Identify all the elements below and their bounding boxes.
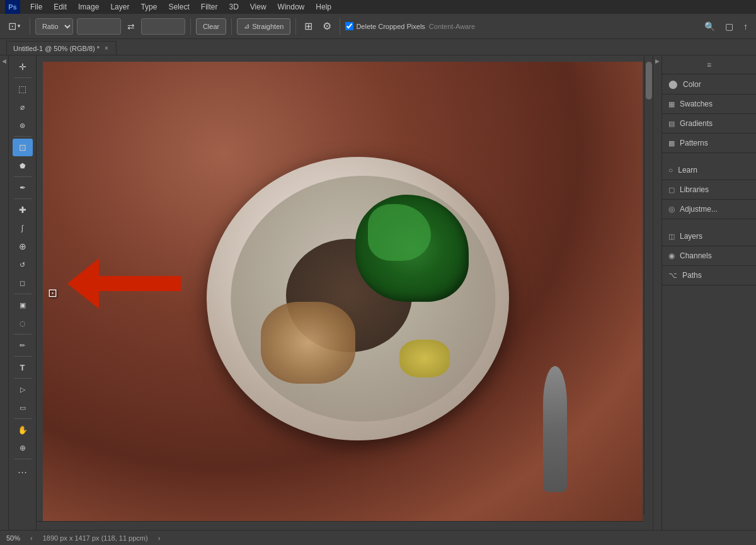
adjustments-section-header[interactable]: ◎ Adjustme... [662, 200, 756, 219]
menu-3d[interactable]: 3D [224, 1, 243, 13]
learn-icon: ○ [668, 166, 673, 175]
right-collapse-arrow-icon: ▶ [655, 58, 660, 64]
crop-icon: ⊡ [8, 20, 16, 32]
content-aware-label: Content-Aware [429, 23, 475, 30]
tab-close-button[interactable]: × [105, 45, 108, 52]
patterns-section-header[interactable]: ▩ Patterns [662, 134, 756, 152]
layers-icon: ◫ [668, 232, 675, 241]
layers-section-header[interactable]: ◫ Layers [662, 227, 756, 246]
color-section-header[interactable]: ⬤ Color [662, 74, 756, 94]
tool-sep-6 [14, 334, 32, 335]
horizontal-scrollbar[interactable] [37, 521, 644, 530]
tool-quick-select[interactable]: ⊛ [13, 117, 33, 134]
tool-move[interactable]: ✛ [13, 58, 33, 76]
app-wrapper: Ps File Edit Image Layer Type Select Fil… [0, 0, 756, 545]
search-button[interactable]: 🔍 [701, 20, 718, 33]
swap-dimensions-button[interactable]: ⇄ [125, 20, 137, 33]
ratio-dropdown[interactable]: Ratio [35, 18, 73, 35]
channels-section-header[interactable]: ◉ Channels [662, 246, 756, 265]
tool-hand[interactable]: ✋ [13, 421, 33, 439]
left-panel-collapse[interactable]: ◀ [0, 55, 9, 530]
nav-next-button[interactable]: › [158, 534, 161, 542]
paths-icon: ⌥ [668, 271, 677, 280]
tool-more[interactable]: … [13, 461, 33, 479]
tool-sep-8 [14, 378, 32, 379]
learn-section-header[interactable]: ○ Learn [662, 161, 756, 180]
menu-image[interactable]: Image [73, 1, 104, 13]
tool-sep-2 [14, 136, 32, 137]
right-section-libraries: ▢ Libraries [662, 180, 756, 200]
right-section-patterns: ▩ Patterns [662, 134, 756, 153]
crop-settings-button[interactable]: ⚙ [319, 18, 335, 34]
tool-type[interactable]: T [13, 359, 33, 376]
canvas-image[interactable]: ⊡ [43, 62, 643, 524]
panel-options-button[interactable]: ≡ [707, 60, 711, 69]
straighten-icon: ⊿ [244, 22, 249, 30]
tool-healing[interactable]: ✚ [13, 201, 33, 219]
tool-rectangle-select[interactable]: ⬚ [13, 80, 33, 98]
overlay-grid-button[interactable]: ⊞ [301, 18, 316, 34]
tool-zoom[interactable]: ⊕ [13, 439, 33, 457]
right-panel-collapse[interactable]: ▶ [653, 55, 662, 530]
menu-edit[interactable]: Edit [49, 1, 72, 13]
tool-clone-stamp[interactable]: ⊕ [13, 238, 33, 255]
tool-history-brush[interactable]: ↺ [13, 256, 33, 273]
tool-sep-3 [14, 176, 32, 177]
tool-eraser[interactable]: ◻ [13, 274, 33, 292]
menu-layer[interactable]: Layer [105, 1, 134, 13]
tool-dodge[interactable]: ◌ [13, 314, 33, 332]
bowl [207, 157, 509, 440]
tool-brush[interactable]: ∫ [13, 219, 33, 237]
dropdown-arrow: ▼ [16, 23, 21, 29]
color-label: Color [683, 80, 701, 89]
document-tab[interactable]: Untitled-1 @ 50% (RGB/8) * × [6, 41, 117, 55]
canvas-area: ⊡ [37, 55, 653, 530]
separator-1 [30, 18, 30, 35]
nav-prev-button[interactable]: ‹ [30, 534, 33, 542]
straighten-button[interactable]: ⊿ Straighten [237, 18, 290, 35]
tool-rectangle[interactable]: ▭ [13, 399, 33, 416]
workspace: ◀ ✛ ⬚ ⌀ ⊛ ⊡ ⬟ ✒ ✚ ∫ ⊕ ↺ ◻ ▣ ◌ ✏ T [0, 55, 756, 530]
arrow-head [67, 258, 99, 309]
tool-gradient[interactable]: ▣ [13, 296, 33, 314]
panel-separator-2 [662, 219, 756, 227]
separator-3 [231, 18, 232, 35]
menubar: Ps File Edit Image Layer Type Select Fil… [0, 0, 756, 14]
share-button[interactable]: ↑ [740, 20, 751, 33]
clear-button[interactable]: Clear [196, 18, 226, 35]
tool-crop[interactable]: ⊡ [13, 139, 33, 156]
right-section-color: ⬤ Color [662, 74, 756, 95]
menu-help[interactable]: Help [311, 1, 336, 13]
libraries-section-header[interactable]: ▢ Libraries [662, 180, 756, 199]
delete-cropped-checkbox[interactable] [345, 22, 353, 30]
right-section-gradients: ▤ Gradients [662, 114, 756, 134]
panel-separator-1 [662, 153, 756, 161]
menu-window[interactable]: Window [273, 1, 310, 13]
tool-perspective-crop[interactable]: ⬟ [13, 157, 33, 175]
view-switch-button[interactable]: ▢ [722, 20, 736, 33]
menu-view[interactable]: View [245, 1, 272, 13]
adjustments-label: Adjustme... [680, 205, 718, 214]
tool-lasso[interactable]: ⌀ [13, 98, 33, 116]
menu-file[interactable]: File [25, 1, 47, 13]
ratio-height-input[interactable] [141, 18, 185, 35]
app-logo: Ps [5, 0, 20, 14]
tool-eyedropper[interactable]: ✒ [13, 179, 33, 197]
ratio-width-input[interactable] [77, 18, 121, 35]
swatches-section-header[interactable]: ▦ Swatches [662, 95, 756, 113]
tool-path-select[interactable]: ▷ [13, 381, 33, 398]
tools-panel: ✛ ⬚ ⌀ ⊛ ⊡ ⬟ ✒ ✚ ∫ ⊕ ↺ ◻ ▣ ◌ ✏ T ▷ ▭ [9, 55, 37, 530]
delete-cropped-label[interactable]: Delete Cropped Pixels [345, 22, 425, 30]
menu-select[interactable]: Select [163, 1, 194, 13]
status-dimensions: 1890 px x 1417 px (118, 11 ppcm) [43, 534, 148, 542]
gradients-label: Gradients [680, 119, 713, 128]
adjustments-icon: ◎ [668, 205, 675, 214]
right-section-paths: ⌥ Paths [662, 266, 756, 285]
tool-pen[interactable]: ✏ [13, 336, 33, 354]
menu-type[interactable]: Type [135, 1, 162, 13]
right-section-learn: ○ Learn [662, 161, 756, 180]
menu-filter[interactable]: Filter [196, 1, 223, 13]
canvas-scrollbar[interactable] [644, 55, 653, 515]
paths-section-header[interactable]: ⌥ Paths [662, 266, 756, 285]
gradients-section-header[interactable]: ▤ Gradients [662, 114, 756, 133]
